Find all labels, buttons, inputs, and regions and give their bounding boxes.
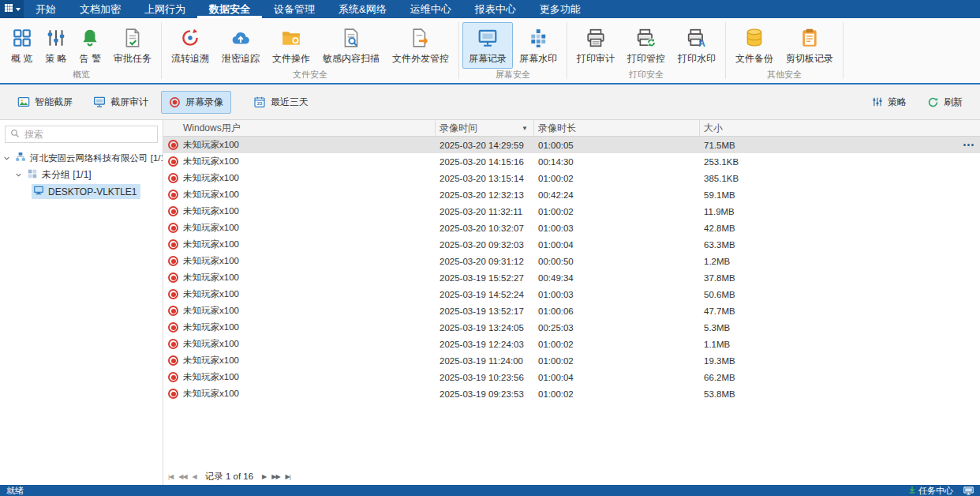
last-page-button[interactable]: ▶|: [286, 473, 290, 480]
menu-item-start[interactable]: 开始: [24, 0, 68, 18]
record-dot-icon: [168, 239, 178, 250]
ribbon-group-label: 其他安全: [726, 69, 843, 83]
ribbon-item-circulation-trace[interactable]: 流转追溯: [165, 22, 215, 69]
table-row[interactable]: 未知玩家x100 2025-03-20 10:32:07 01:00:03 42…: [163, 220, 980, 236]
table-row[interactable]: 未知玩家x100 2025-03-20 12:32:13 00:42:24 59…: [163, 186, 980, 203]
ribbon-item-alert[interactable]: 告 警: [73, 22, 107, 69]
table-row[interactable]: 未知玩家x100 2025-03-20 14:15:16 00:14:30 25…: [163, 153, 980, 170]
ribbon-item-label: 打印水印: [678, 52, 716, 66]
print-control-icon: [636, 26, 656, 50]
menu-item-report-center[interactable]: 报表中心: [463, 0, 528, 18]
ribbon-item-file-operation[interactable]: 文件操作: [266, 22, 316, 69]
menu-item-more-functions[interactable]: 更多功能: [528, 0, 593, 18]
ribbon-item-screen-record[interactable]: 屏幕记录: [462, 22, 513, 69]
row-user-text: 未知玩家x100: [183, 139, 239, 151]
tree-node-ungrouped[interactable]: 未分组 [1/1]: [0, 167, 163, 183]
ribbon-item-file-outgoing-control[interactable]: 文件外发管控: [386, 22, 455, 69]
table-row[interactable]: 未知玩家x100 2025-03-19 10:23:56 01:00:04 66…: [163, 369, 980, 385]
row-duration: 01:00:02: [534, 336, 700, 352]
row-duration: 01:00:02: [534, 352, 700, 369]
tree-node-company[interactable]: 河北安固云网络科技有限公司 [1/1]: [0, 150, 163, 167]
menubar: 开始 文档加密 上网行为 数据安全 设备管理 系统&网络 运维中心 报表中心 更…: [0, 0, 980, 18]
table-row[interactable]: 未知玩家x100 2025-03-19 13:52:17 01:00:06 47…: [163, 302, 980, 319]
device-tree: 河北安固云网络科技有限公司 [1/1] 未分组 [1/1]: [0, 148, 163, 200]
row-time: 2025-03-20 09:32:03: [436, 236, 534, 253]
capture-audit-label: 截屏审计: [110, 96, 148, 109]
ribbon-item-print-control[interactable]: 打印管控: [621, 22, 671, 69]
chevron-down-icon[interactable]: [14, 171, 22, 178]
row-size: 71.5MB: [700, 137, 980, 153]
column-header-size[interactable]: 大小: [700, 120, 980, 136]
ribbon-item-print-audit[interactable]: 打印审计: [570, 22, 621, 69]
ribbon-item-sensitive-scan[interactable]: 敏感内容扫描: [316, 22, 386, 69]
row-size: 253.1KB: [700, 153, 980, 170]
menu-item-doc-encryption[interactable]: 文档加密: [68, 0, 133, 18]
menu-item-system-network[interactable]: 系统&网络: [327, 0, 398, 18]
ribbon-item-overview[interactable]: 概 览: [5, 22, 39, 69]
sort-down-icon[interactable]: ▼: [522, 125, 529, 132]
tree-node-label: 河北安固云网络科技有限公司 [1/1]: [30, 152, 163, 164]
smart-capture-label: 智能截屏: [35, 96, 73, 109]
refresh-button[interactable]: 刷新: [919, 91, 971, 114]
fast-prev-button[interactable]: ◀◀: [178, 473, 186, 480]
ribbon-item-label: 文件外发管控: [392, 52, 449, 66]
circulation-trace-icon: [180, 26, 200, 50]
ribbon-item-leak-trace[interactable]: 泄密追踪: [215, 22, 266, 69]
smart-capture-button[interactable]: 智能截屏: [9, 91, 80, 114]
alert-bell-icon: [80, 26, 100, 50]
ribbon-item-screen-watermark[interactable]: 屏幕水印: [513, 22, 563, 69]
chevron-down-icon[interactable]: [3, 155, 10, 162]
menu-item-web-behavior[interactable]: 上网行为: [133, 0, 197, 18]
search-input[interactable]: [24, 129, 152, 140]
menu-item-device-management[interactable]: 设备管理: [262, 0, 327, 18]
menu-item-data-security[interactable]: 数据安全: [197, 0, 262, 18]
fast-next-button[interactable]: ▶▶: [271, 473, 279, 480]
ribbon-item-approval-tasks[interactable]: 审批任务: [107, 22, 158, 69]
policy-button[interactable]: 策略: [864, 91, 915, 114]
row-user-text: 未知玩家x100: [183, 172, 239, 184]
table-row[interactable]: 未知玩家x100 2025-03-20 14:29:59 01:00:05 71…: [163, 137, 980, 153]
table-row[interactable]: 未知玩家x100 2025-03-19 13:24:05 00:25:03 5.…: [163, 319, 980, 336]
menu-item-ops-center[interactable]: 运维中心: [398, 0, 463, 18]
row-time: 2025-03-20 14:15:16: [436, 153, 534, 170]
row-more-button[interactable]: [963, 137, 974, 153]
record-dot-icon: [168, 355, 178, 366]
smart-capture-image-icon: [17, 96, 30, 108]
table-row[interactable]: 未知玩家x100 2025-03-20 11:32:11 01:00:02 11…: [163, 203, 980, 220]
table-row[interactable]: 未知玩家x100 2025-03-19 09:23:53 01:00:02 53…: [163, 385, 980, 402]
ribbon-item-print-watermark[interactable]: A 打印水印: [671, 22, 722, 69]
overview-grid-icon: [12, 26, 32, 50]
monitor-status-icon[interactable]: [963, 487, 974, 495]
tree-node-computer[interactable]: DESKTOP-VLKTLE1: [0, 183, 163, 200]
row-time: 2025-03-19 09:23:53: [436, 385, 534, 402]
row-size: 1.1MB: [700, 336, 980, 352]
column-header-record-duration[interactable]: 录像时长: [534, 120, 700, 136]
sensitive-scan-icon: [341, 26, 361, 50]
row-time: 2025-03-19 13:24:05: [436, 319, 534, 336]
first-page-button[interactable]: |◀: [168, 473, 173, 480]
app-menu-button[interactable]: [0, 0, 24, 18]
table-row[interactable]: 未知玩家x100 2025-03-20 13:15:14 01:00:02 38…: [163, 170, 980, 186]
table-row[interactable]: 未知玩家x100 2025-03-20 09:32:03 01:00:04 63…: [163, 236, 980, 253]
table-row[interactable]: 未知玩家x100 2025-03-19 14:52:24 01:00:03 50…: [163, 286, 980, 302]
row-duration: 01:00:06: [534, 302, 700, 319]
row-user-text: 未知玩家x100: [183, 156, 239, 167]
table-row[interactable]: 未知玩家x100 2025-03-20 09:31:12 00:00:50 1.…: [163, 253, 980, 269]
task-center-button[interactable]: 任务中心: [908, 485, 953, 496]
capture-audit-button[interactable]: 截屏审计: [85, 91, 156, 114]
ribbon-item-file-backup[interactable]: 文件备份: [729, 22, 780, 69]
next-page-button[interactable]: ▶: [262, 473, 266, 480]
row-time: 2025-03-20 12:32:13: [436, 186, 534, 203]
row-size: 66.2MB: [700, 369, 980, 385]
column-header-record-time[interactable]: 录像时间 ▼: [436, 120, 534, 136]
recent-days-button[interactable]: 23 最近三天: [245, 91, 316, 114]
table-row[interactable]: 未知玩家x100 2025-03-19 12:24:03 01:00:02 1.…: [163, 336, 980, 352]
ribbon-item-policy[interactable]: 策 略: [39, 22, 73, 69]
table-row[interactable]: 未知玩家x100 2025-03-19 11:24:00 01:00:02 19…: [163, 352, 980, 369]
record-dot-icon: [169, 96, 181, 108]
screen-recording-button[interactable]: 屏幕录像: [161, 91, 231, 114]
prev-page-button[interactable]: ◀: [193, 473, 196, 480]
table-row[interactable]: 未知玩家x100 2025-03-19 15:52:27 00:49:34 37…: [163, 269, 980, 286]
ribbon-item-clipboard-record[interactable]: 剪切板记录: [780, 22, 840, 69]
column-header-windows-user[interactable]: Windows用户: [163, 120, 436, 136]
